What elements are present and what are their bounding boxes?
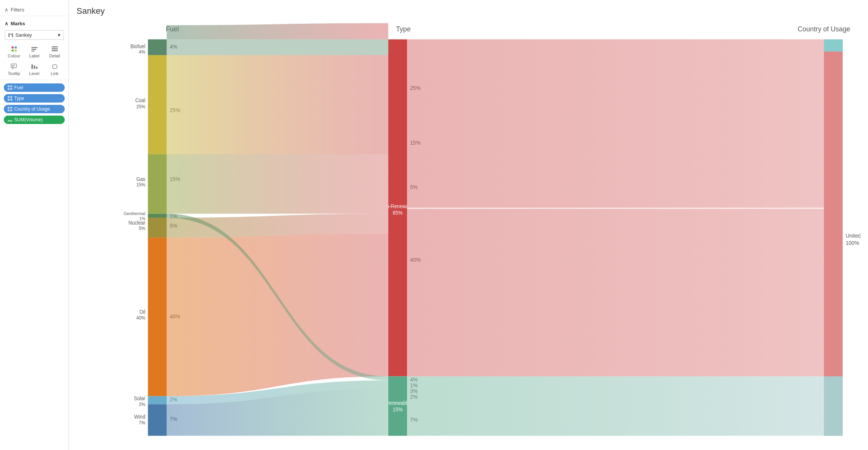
svg-text:Coal: Coal <box>135 97 145 103</box>
link-button[interactable]: Link <box>45 61 64 77</box>
detail-icon <box>51 45 59 53</box>
link-icon <box>51 63 59 70</box>
node-uk-teal-bottom <box>824 376 843 435</box>
dropdown-arrow-icon: ▾ <box>58 32 60 38</box>
svg-rect-18 <box>8 85 10 87</box>
svg-rect-27 <box>10 107 12 109</box>
link-label: Link <box>51 71 58 76</box>
marks-type-label: Sankey <box>15 32 32 38</box>
node-geothermal <box>148 214 167 218</box>
svg-text:Wind: Wind <box>134 414 145 420</box>
type-pill-icon <box>8 96 12 101</box>
pill-country[interactable]: Country of Usage <box>4 105 65 113</box>
sankey-chart[interactable]: Fuel Type Country of Usage Biofuel 4% <box>77 19 860 444</box>
svg-text:7%: 7% <box>139 420 145 426</box>
node-nuclear <box>148 218 167 238</box>
pill-type[interactable]: Type <box>4 94 65 103</box>
marks-label: Marks <box>11 21 25 26</box>
volume-pill-icon <box>8 117 12 122</box>
country-pill-icon <box>8 107 12 111</box>
node-wind <box>148 404 167 435</box>
sankey-icon <box>8 33 13 38</box>
tooltip-icon <box>10 63 18 70</box>
node-oil <box>148 238 167 396</box>
sankey-svg: Fuel Type Country of Usage Biofuel 4% <box>77 19 860 444</box>
svg-point-3 <box>15 46 17 49</box>
label-label: Label <box>29 54 39 58</box>
detail-button[interactable]: Detail <box>45 44 64 60</box>
svg-text:15%: 15% <box>136 182 145 188</box>
pill-fuel[interactable]: Fuel <box>4 83 65 92</box>
svg-text:Biofuel: Biofuel <box>131 44 145 50</box>
svg-text:40%: 40% <box>136 315 145 321</box>
svg-text:85%: 85% <box>393 210 403 216</box>
level-label: Level <box>29 71 39 76</box>
colour-icon <box>10 45 18 53</box>
chart-title: Sankey <box>77 6 860 16</box>
svg-rect-16 <box>34 65 35 69</box>
caret-icon: ∧ <box>5 7 8 13</box>
label-icon <box>31 45 38 53</box>
svg-text:Oil: Oil <box>139 309 145 315</box>
svg-text:Nuclear: Nuclear <box>129 220 145 226</box>
country-pill-label: Country of Usage <box>14 106 50 112</box>
svg-text:Geothermal: Geothermal <box>124 211 145 215</box>
svg-rect-11 <box>52 50 58 51</box>
svg-text:United Kingdom: United Kingdom <box>846 232 860 239</box>
svg-rect-0 <box>8 33 10 37</box>
svg-point-2 <box>11 46 14 49</box>
type-header: Type <box>396 24 410 33</box>
label-button[interactable]: Label <box>25 44 44 60</box>
marks-type-dropdown[interactable]: Sankey ▾ <box>5 30 64 40</box>
svg-rect-17 <box>36 67 38 69</box>
svg-text:Renewable: Renewable <box>386 400 410 406</box>
colour-label: Colour <box>8 54 20 58</box>
fuel-pill-icon <box>8 85 12 90</box>
node-coal <box>148 55 167 154</box>
marks-icons-grid: Colour Label Detail <box>0 41 69 80</box>
colour-button[interactable]: Colour <box>5 44 23 60</box>
marks-section: ∧ Marks <box>0 18 69 29</box>
svg-rect-8 <box>31 51 34 52</box>
level-icon <box>31 63 38 70</box>
svg-rect-10 <box>52 48 58 49</box>
svg-rect-9 <box>52 46 58 47</box>
flow-separator <box>407 208 824 209</box>
svg-rect-19 <box>10 85 12 87</box>
pill-volume[interactable]: SUM(Volume) <box>4 116 65 124</box>
svg-text:25%: 25% <box>136 104 145 109</box>
svg-point-5 <box>15 49 17 52</box>
svg-rect-26 <box>8 107 10 109</box>
node-solar <box>148 396 167 404</box>
main-content: Sankey <box>69 0 868 450</box>
type-pill-label: Type <box>14 96 24 101</box>
svg-text:15%: 15% <box>393 407 403 413</box>
flow-gas-nonren <box>167 154 388 214</box>
flow-biofuel-nonren <box>167 23 388 39</box>
svg-rect-1 <box>12 33 13 37</box>
level-button[interactable]: Level <box>25 61 44 77</box>
svg-rect-20 <box>8 88 10 90</box>
sidebar: ∧ Filters ∧ Marks Sankey ▾ Colour <box>0 0 69 450</box>
volume-pill-label: SUM(Volume) <box>14 117 43 122</box>
node-uk-teal-top <box>824 39 843 52</box>
node-gas <box>148 154 167 214</box>
svg-rect-15 <box>31 64 33 69</box>
tooltip-button[interactable]: Tooltip <box>5 61 23 77</box>
svg-rect-28 <box>8 109 10 111</box>
svg-rect-12 <box>11 64 16 68</box>
svg-text:2%: 2% <box>139 401 145 407</box>
svg-text:4%: 4% <box>139 49 145 55</box>
svg-rect-29 <box>10 109 12 111</box>
filters-section[interactable]: ∧ Filters <box>0 4 69 16</box>
fuel-pill-label: Fuel <box>14 85 23 90</box>
node-biofuel <box>148 39 167 55</box>
detail-label: Detail <box>49 54 60 58</box>
flow-ren-uk <box>407 376 824 435</box>
tooltip-label: Tooltip <box>8 71 20 76</box>
svg-rect-14 <box>12 66 14 67</box>
svg-rect-13 <box>12 65 15 66</box>
svg-rect-7 <box>31 49 36 50</box>
svg-rect-6 <box>31 47 38 48</box>
flow-coal-nonren <box>167 55 388 154</box>
